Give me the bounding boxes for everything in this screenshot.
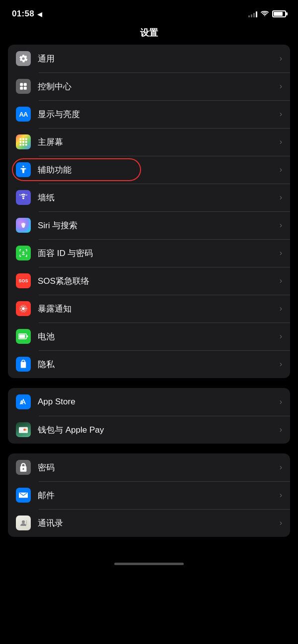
icon-faceid: [16, 246, 31, 260]
icon-yinsi: [16, 357, 31, 372]
chevron-baolou: ›: [280, 304, 282, 313]
svg-rect-8: [22, 141, 24, 143]
icon-kongzhizhongxin: [16, 79, 31, 94]
row-zhupingmu[interactable]: 主屏幕 ›: [8, 128, 290, 156]
chevron-qiangzhi: ›: [280, 193, 282, 202]
svg-rect-11: [22, 144, 24, 146]
label-wallet: 钱包与 Apple Pay: [38, 424, 280, 436]
icon-xianshi: AA: [16, 107, 31, 122]
chevron-fuzhugongneng: ›: [280, 165, 282, 174]
chevron-sos: ›: [280, 276, 282, 285]
row-youjian[interactable]: 邮件 ›: [8, 481, 290, 509]
svg-point-32: [22, 520, 25, 523]
label-faceid: 面容 ID 与密码: [38, 248, 280, 259]
chevron-appstore: ›: [280, 397, 282, 406]
label-baolou: 暴露通知: [38, 303, 280, 315]
svg-point-17: [24, 252, 25, 253]
icon-siri: [16, 218, 31, 233]
label-dianci: 电池: [38, 331, 280, 342]
svg-rect-25: [22, 364, 25, 365]
row-tongxunlu[interactable]: 通讯录 ›: [8, 509, 290, 537]
status-icons: [248, 10, 286, 17]
label-xianshi: 显示与亮度: [38, 109, 280, 120]
icon-youjian: [16, 488, 31, 503]
label-siri: Siri 与搜索: [38, 220, 280, 231]
chevron-mima: ›: [280, 463, 282, 472]
row-dianci[interactable]: 电池 ›: [8, 322, 290, 350]
icon-appstore: A: [16, 394, 31, 409]
row-baolou[interactable]: 暴露通知 ›: [8, 295, 290, 322]
svg-rect-2: [20, 87, 23, 90]
row-fuzhugongneng[interactable]: 辅助功能 ›: [8, 156, 290, 184]
svg-rect-33: [26, 521, 27, 522]
svg-point-16: [22, 252, 23, 253]
chevron-wallet: ›: [280, 425, 282, 434]
row-appstore[interactable]: A App Store ›: [8, 388, 290, 416]
chevron-dianci: ›: [280, 332, 282, 341]
home-indicator: [0, 557, 298, 569]
chevron-tongxunlu: ›: [280, 518, 282, 527]
icon-baolou: [16, 301, 31, 316]
svg-rect-0: [20, 83, 23, 86]
icon-dianci: [16, 329, 31, 344]
settings-section-2: A App Store › 钱包与 Apple Pay ›: [8, 388, 290, 444]
svg-rect-24: [27, 335, 28, 337]
svg-rect-3: [24, 87, 27, 90]
svg-rect-7: [20, 141, 22, 143]
home-bar: [114, 563, 184, 565]
svg-point-19: [22, 307, 25, 310]
label-appstore: App Store: [38, 397, 280, 407]
row-kongzhizhongxin[interactable]: 控制中心 ›: [8, 72, 290, 100]
label-tongyong: 通用: [38, 53, 280, 64]
label-youjian: 邮件: [38, 490, 280, 501]
svg-rect-23: [19, 334, 25, 338]
svg-point-13: [22, 166, 24, 167]
status-time: 01:58: [12, 9, 34, 19]
svg-point-14: [22, 197, 24, 199]
chevron-youjian: ›: [280, 491, 282, 500]
row-qiangzhi[interactable]: 墙纸 ›: [8, 184, 290, 211]
chevron-xianshi: ›: [280, 110, 282, 119]
chevron-zhupingmu: ›: [280, 137, 282, 146]
svg-rect-26: [22, 365, 25, 366]
icon-fuzhugongneng: [16, 162, 31, 177]
icon-qiangzhi: [16, 190, 31, 205]
svg-rect-5: [22, 138, 24, 140]
row-yinsi[interactable]: 隐私 ›: [8, 350, 290, 378]
row-faceid[interactable]: 面容 ID 与密码 ›: [8, 239, 290, 267]
row-sos[interactable]: SOS SOS紧急联络 ›: [8, 267, 290, 295]
wifi-icon: [260, 10, 269, 17]
chevron-siri: ›: [280, 221, 282, 230]
svg-rect-35: [26, 524, 27, 525]
location-icon: ◀: [37, 10, 42, 18]
battery-icon: [272, 10, 286, 17]
row-tongyong[interactable]: 通用 ›: [8, 45, 290, 72]
chevron-kongzhizhongxin: ›: [280, 82, 282, 91]
label-zhupingmu: 主屏幕: [38, 136, 280, 148]
label-tongxunlu: 通讯录: [38, 517, 280, 529]
icon-tongyong: [16, 51, 31, 66]
svg-rect-9: [25, 141, 27, 143]
label-mima: 密码: [38, 462, 280, 473]
svg-point-15: [22, 223, 25, 228]
chevron-faceid: ›: [280, 249, 282, 258]
icon-wallet: [16, 422, 31, 437]
icon-tongxunlu: [16, 515, 31, 530]
chevron-tongyong: ›: [280, 54, 282, 63]
row-wallet[interactable]: 钱包与 Apple Pay ›: [8, 416, 290, 444]
signal-icon: [248, 10, 257, 17]
svg-point-31: [23, 429, 26, 431]
settings-section-3: 密码 › 邮件 › 通讯录 ›: [8, 453, 290, 537]
svg-rect-6: [25, 138, 27, 140]
svg-rect-12: [25, 144, 27, 146]
row-siri[interactable]: Siri 与搜索 ›: [8, 211, 290, 239]
row-mima[interactable]: 密码 ›: [8, 453, 290, 481]
chevron-yinsi: ›: [280, 360, 282, 369]
icon-sos: SOS: [16, 273, 31, 288]
svg-rect-1: [24, 83, 27, 86]
svg-rect-34: [26, 522, 27, 523]
label-kongzhizhongxin: 控制中心: [38, 81, 280, 92]
settings-section-1: 通用 › 控制中心 › AA 显示与亮度 ›: [8, 45, 290, 378]
icon-zhupingmu: [16, 134, 31, 149]
row-xianshi[interactable]: AA 显示与亮度 ›: [8, 100, 290, 128]
